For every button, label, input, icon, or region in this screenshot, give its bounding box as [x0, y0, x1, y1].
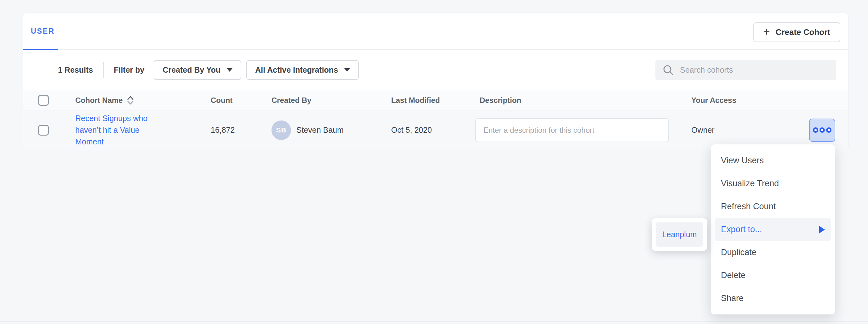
tab-bar: USER + Create Cohort	[23, 13, 848, 50]
last-modified-date: Oct 5, 2020	[391, 125, 475, 135]
column-header-description: Description	[475, 96, 691, 105]
menu-item-refresh-count[interactable]: Refresh Count	[715, 195, 831, 218]
menu-item-delete[interactable]: Delete	[715, 264, 831, 287]
divider	[103, 62, 104, 78]
integrations-dropdown-label: All Active Integrations	[255, 65, 338, 75]
created-by-dropdown-label: Created By You	[162, 65, 220, 75]
results-count: 1 Results	[58, 65, 93, 75]
created-by-dropdown[interactable]: Created By You	[154, 60, 241, 80]
create-cohort-label: Create Cohort	[776, 27, 830, 37]
sort-icon	[127, 95, 134, 106]
cohort-name-link[interactable]: Recent Signups who haven’t hit a Value M…	[75, 113, 156, 147]
column-header-last-modified: Last Modified	[391, 96, 475, 105]
caret-down-icon	[227, 68, 232, 72]
more-options-button[interactable]	[809, 118, 835, 142]
column-header-count: Count	[211, 96, 272, 105]
cohort-name-header-label: Cohort Name	[75, 96, 123, 105]
search-icon	[662, 64, 674, 76]
submenu-arrow-icon	[819, 226, 825, 233]
creator-name: Steven Baum	[297, 125, 344, 135]
filter-bar: 1 Results Filter by Created By You All A…	[23, 50, 848, 90]
integrations-dropdown[interactable]: All Active Integrations	[246, 60, 359, 80]
table-header: Cohort Name Count Created By Last Modifi…	[23, 90, 848, 110]
bottom-divider	[0, 322, 868, 322]
more-options-icon	[813, 128, 818, 133]
export-submenu: Leanplum	[652, 218, 707, 251]
menu-item-visualize-trend[interactable]: Visualize Trend	[715, 172, 831, 195]
create-cohort-button[interactable]: + Create Cohort	[753, 22, 840, 42]
search-input[interactable]	[680, 65, 829, 75]
avatar: SB	[272, 120, 291, 140]
caret-down-icon	[344, 68, 350, 72]
export-to-label: Export to...	[721, 225, 762, 235]
row-context-menu: View Users Visualize Trend Refresh Count…	[711, 144, 835, 315]
menu-item-share[interactable]: Share	[715, 287, 831, 310]
tab-user[interactable]: USER	[31, 27, 55, 36]
column-header-cohort-name[interactable]: Cohort Name	[75, 95, 211, 106]
filter-by-label: Filter by	[114, 65, 144, 75]
search-box[interactable]	[655, 60, 836, 80]
row-checkbox[interactable]	[38, 125, 49, 136]
access-level: Owner	[691, 125, 809, 135]
column-header-created-by: Created By	[272, 96, 391, 105]
description-input[interactable]	[475, 118, 669, 142]
cohort-count: 16,872	[211, 125, 272, 135]
plus-icon: +	[764, 26, 770, 37]
cohorts-panel: USER + Create Cohort 1 Results Filter by…	[23, 12, 848, 150]
select-all-checkbox[interactable]	[38, 95, 49, 106]
menu-item-view-users[interactable]: View Users	[715, 149, 831, 172]
menu-item-duplicate[interactable]: Duplicate	[715, 241, 831, 264]
column-header-your-access: Your Access	[691, 96, 809, 105]
menu-item-export-to[interactable]: Export to...	[715, 218, 831, 241]
submenu-item-leanplum[interactable]: Leanplum	[656, 222, 703, 247]
